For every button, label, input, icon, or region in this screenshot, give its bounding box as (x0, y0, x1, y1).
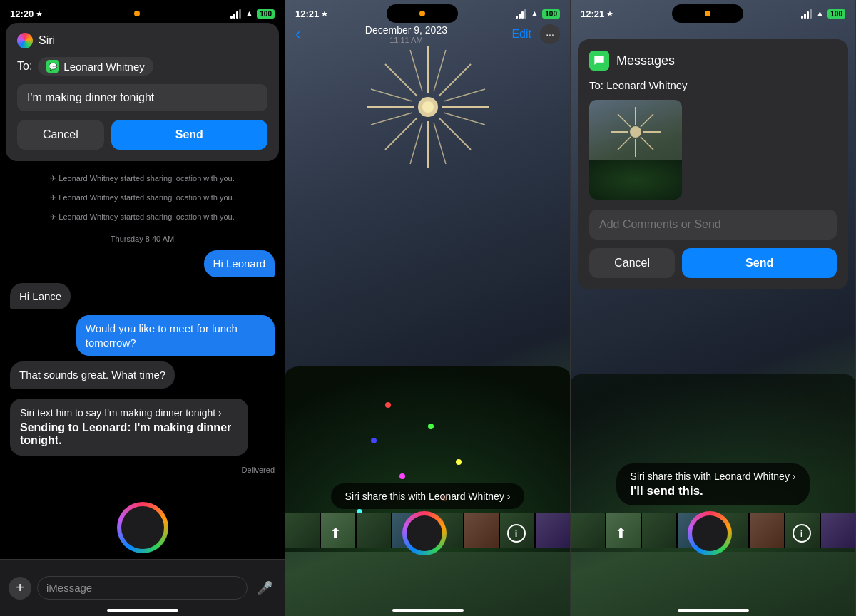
siri-send-button[interactable]: Send (111, 120, 268, 150)
nav-actions: Edit ··· (511, 24, 560, 44)
signal-bar-1 (230, 16, 233, 19)
bubble-sounds-great: That sounds great. What time? (10, 361, 175, 389)
panel-siri-messages: 12:20 ▲ 100 Siri To: Leonard Wh (0, 0, 285, 616)
dynamic-island-dot-3 (705, 11, 710, 16)
wifi-icon-1: ▲ (245, 9, 253, 19)
status-time-3: 12:21 (581, 9, 613, 19)
nav-back-button[interactable]: ‹ (295, 25, 300, 43)
svg-line-16 (410, 123, 422, 164)
svg-line-10 (410, 50, 422, 91)
siri-orb-inner-1 (121, 506, 164, 549)
siri-confirm-pill[interactable]: Siri share this with Leonard Whitney › I… (616, 463, 810, 505)
bubble-hi-lance: Hi Lance (10, 283, 71, 310)
battery-3: 100 (827, 9, 845, 19)
mic-button[interactable]: 🎤 (253, 577, 276, 600)
nav-center: December 9, 2023 11:11 AM (365, 24, 447, 44)
share-cancel-button[interactable]: Cancel (589, 248, 675, 278)
bubble-hi-leonard: Hi Leonard (204, 250, 275, 277)
siri-orb-icon (17, 33, 33, 48)
status-bar-2: 12:21 ▲ 100 (285, 0, 570, 26)
signal-bars-3 (801, 9, 812, 19)
siri-orb-inner-3 (692, 515, 728, 551)
nav-more-button[interactable]: ··· (540, 24, 560, 44)
siri-header: Siri (17, 33, 268, 48)
battery-2: 100 (542, 9, 560, 19)
dynamic-island-1 (101, 4, 173, 23)
photo-bottom-bar-3: ⬆ i (571, 511, 855, 555)
status-time-1: 12:20 (10, 9, 43, 19)
svg-line-38 (641, 137, 653, 150)
siri-message-input[interactable] (17, 84, 268, 111)
message-row-1: Hi Leonard (10, 250, 275, 277)
share-send-button[interactable]: Send (682, 248, 837, 278)
system-msg-1: ✈ Leonard Whitney started sharing locati… (10, 174, 275, 183)
svg-line-8 (385, 118, 417, 150)
share-preview-image (589, 100, 682, 200)
siri-cancel-button[interactable]: Cancel (17, 120, 104, 150)
photo-info-button[interactable]: i (507, 524, 526, 543)
siri-to-row: To: Leonard Whitney (17, 57, 268, 76)
status-right-2: ▲ 100 (516, 9, 560, 19)
delivered-label: Delivered (10, 466, 275, 474)
siri-orb-bottom-1[interactable] (117, 502, 168, 553)
dynamic-island-2 (387, 4, 458, 23)
share-sheet: Messages To: Leonard Whitney (578, 39, 848, 289)
messages-content: ✈ Leonard Whitney started sharing locati… (0, 164, 285, 559)
home-indicator-2 (392, 609, 464, 612)
home-indicator-3 (678, 609, 749, 612)
home-indicator-1 (107, 609, 178, 612)
imessage-input[interactable]: iMessage (37, 576, 248, 600)
svg-marker-1 (322, 11, 327, 16)
message-row-3: Would you like to meet for lunch tomorro… (10, 315, 275, 356)
siri-action-confirm: Sending to Leonard: I'm making dinner to… (20, 421, 238, 447)
siri-contact-name: Leonard Whitney (63, 61, 144, 73)
system-msg-2: ✈ Leonard Whitney started sharing locati… (10, 193, 275, 202)
siri-contact-chip[interactable]: Leonard Whitney (38, 57, 153, 76)
bubble-lunch: Would you like to meet for lunch tomorro… (76, 315, 275, 356)
svg-point-19 (422, 101, 434, 113)
signal-bars-2 (516, 9, 526, 19)
svg-line-12 (371, 89, 412, 101)
photo-info-button-3[interactable]: i (793, 524, 811, 543)
messages-icon-chip (46, 60, 59, 73)
star-burst-svg (364, 43, 492, 171)
share-comment-input[interactable] (589, 210, 837, 240)
siri-orb-bottom-3[interactable] (688, 511, 732, 555)
share-sheet-header: Messages (589, 51, 837, 71)
status-time-2: 12:21 (295, 9, 328, 19)
svg-marker-0 (36, 11, 42, 16)
svg-line-6 (385, 64, 417, 96)
dynamic-island-3 (672, 4, 743, 23)
add-attachment-button[interactable]: + (9, 577, 31, 600)
signal-bars-1 (230, 9, 241, 19)
message-row-2: Hi Lance (10, 283, 275, 310)
status-bar-3: 12:21 ▲ 100 (571, 0, 855, 26)
wifi-icon-2: ▲ (530, 9, 539, 19)
photo-bottom-bar: ⬆ i (285, 511, 570, 555)
siri-orb-bottom-2[interactable] (402, 511, 447, 555)
siri-action-text: Siri text him to say I'm making dinner t… (20, 407, 238, 419)
svg-line-7 (439, 64, 471, 96)
svg-line-13 (444, 89, 485, 101)
share-buttons: Cancel Send (589, 248, 837, 278)
status-bar-1: 12:20 ▲ 100 (0, 0, 285, 26)
svg-line-14 (371, 113, 412, 125)
siri-orb-inner-2 (407, 515, 442, 551)
siri-share-pill-2[interactable]: Siri share this with Leonard Whitney › (331, 483, 525, 509)
svg-line-15 (444, 113, 485, 125)
siri-label: Siri (39, 34, 55, 47)
photo-share-button[interactable]: ⬆ (330, 525, 342, 542)
share-app-label: Messages (616, 53, 675, 68)
siri-overlay: Siri To: Leonard Whitney Cancel Send (6, 23, 279, 161)
system-msg-3: ✈ Leonard Whitney started sharing locati… (10, 212, 275, 222)
svg-line-11 (434, 50, 446, 91)
svg-line-36 (641, 114, 653, 127)
nav-edit-button[interactable]: Edit (511, 28, 531, 41)
signal-bar-2 (233, 14, 235, 19)
siri-confirm-share-text: Siri share this with Leonard Whitney › (631, 471, 796, 482)
siri-buttons: Cancel Send (17, 120, 268, 150)
signal-bar-4 (239, 9, 241, 19)
svg-line-35 (618, 114, 631, 127)
photo-share-button-3[interactable]: ⬆ (615, 525, 627, 542)
siri-confirm-bold-text: I'll send this. (631, 484, 796, 498)
